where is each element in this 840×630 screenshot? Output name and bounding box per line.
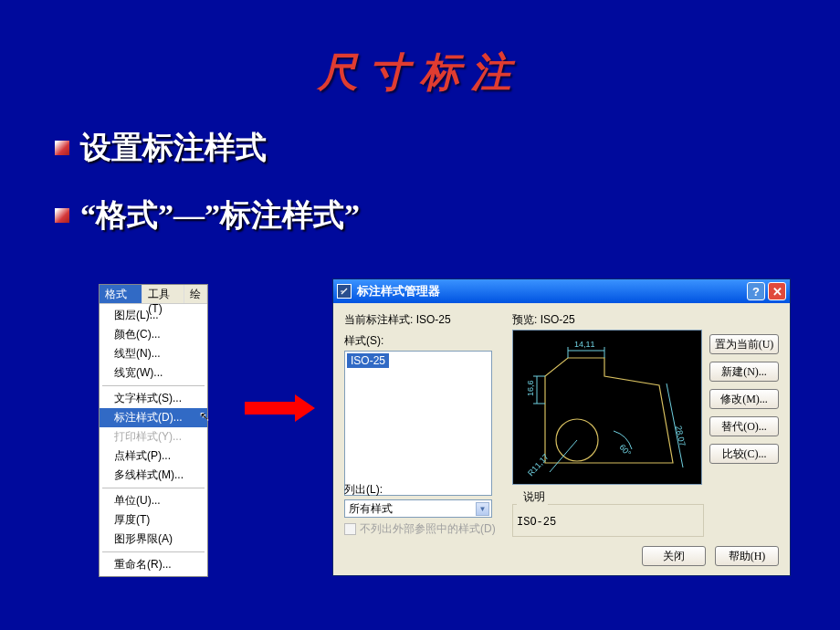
description-box: 说明 ISO-25 — [512, 497, 704, 537]
bullet-icon — [55, 141, 69, 155]
dim-top: 14,11 — [574, 340, 595, 349]
menu-item-mlinestyle[interactable]: 多线样式(M)... — [100, 466, 207, 485]
menu-item-dimstyle-label: 标注样式(D)... — [114, 411, 183, 424]
compare-button[interactable]: 比较(C)... — [709, 444, 779, 464]
menu-item-pointstyle[interactable]: 点样式(P)... — [100, 446, 207, 466]
menu-item-lineweight[interactable]: 线宽(W)... — [100, 363, 207, 383]
menu-list: 图层(L)... 颜色(C)... 线型(N)... 线宽(W)... 文字样式… — [100, 303, 207, 576]
style-item-iso25[interactable]: ISO-25 — [347, 353, 389, 368]
svg-text:R11,17: R11,17 — [526, 452, 551, 478]
format-menu: 格式(O) 工具(T) 绘 图层(L)... 颜色(C)... 线型(N)...… — [99, 284, 208, 577]
menu-item-limits[interactable]: 图形界限(A) — [100, 530, 207, 549]
description-label: 说明 — [520, 489, 548, 505]
menu-tools[interactable]: 工具(T) — [142, 285, 184, 303]
xref-checkbox[interactable] — [344, 523, 356, 535]
override-button[interactable]: 替代(O)... — [709, 416, 779, 436]
svg-text:60°: 60° — [618, 443, 634, 458]
menu-separator — [102, 488, 205, 488]
arrow-icon — [245, 394, 318, 422]
dialog-close-icon[interactable]: ✕ — [768, 282, 786, 300]
help-button[interactable]: 帮助(H) — [715, 546, 779, 566]
menu-separator — [102, 551, 205, 552]
dialog-icon — [337, 284, 352, 299]
dialog-titlebar[interactable]: 标注样式管理器 ? ✕ — [333, 279, 790, 303]
bullet-1: 设置标注样式 — [55, 127, 840, 169]
menu-item-layer[interactable]: 图层(L)... — [100, 306, 207, 325]
chevron-down-icon[interactable]: ▼ — [476, 502, 489, 516]
page-title: 尺寸标注 — [0, 0, 840, 100]
bullet-icon — [55, 208, 69, 223]
menu-item-linetype[interactable]: 线型(N)... — [100, 344, 207, 363]
menu-item-textstyle[interactable]: 文字样式(S)... — [100, 389, 207, 408]
menu-item-rename[interactable]: 重命名(R)... — [100, 555, 207, 574]
svg-text:16,6: 16,6 — [526, 380, 535, 396]
close-button[interactable]: 关闭 — [642, 546, 706, 566]
svg-line-12 — [550, 440, 577, 472]
list-dropdown-value: 所有样式 — [349, 501, 393, 517]
dimstyle-dialog: 标注样式管理器 ? ✕ 当前标注样式: ISO-25 样式(S): ISO-25… — [332, 278, 791, 576]
styles-listbox[interactable]: ISO-25 — [344, 351, 492, 496]
xref-checkbox-label: 不列出外部参照中的样式(D) — [360, 521, 496, 537]
menu-item-thickness[interactable]: 厚度(T) — [100, 510, 207, 530]
modify-button[interactable]: 修改(M)... — [709, 389, 779, 409]
menu-item-units[interactable]: 单位(U)... — [100, 491, 207, 510]
cursor-icon: ↖ — [200, 410, 209, 423]
svg-text:28,07: 28,07 — [674, 425, 687, 446]
menu-item-plotstyle[interactable]: 打印样式(Y)... — [100, 427, 207, 446]
menu-draw[interactable]: 绘 — [184, 285, 207, 303]
preview-label: 预览: ISO-25 — [512, 313, 575, 326]
description-value: ISO-25 — [517, 516, 556, 529]
menu-separator — [102, 385, 205, 386]
bullet-2-text: “格式”—”标注样式” — [80, 194, 360, 236]
dialog-title: 标注样式管理器 — [357, 283, 744, 299]
bullet-1-text: 设置标注样式 — [80, 127, 267, 169]
list-label: 列出(L): — [344, 482, 496, 498]
menu-item-dimstyle[interactable]: 标注样式(D)... ↖ — [100, 408, 207, 427]
bullet-2: “格式”—”标注样式” — [55, 194, 840, 236]
dialog-help-icon[interactable]: ? — [747, 282, 765, 300]
set-current-button[interactable]: 置为当前(U) — [709, 334, 779, 354]
menu-bar: 格式(O) 工具(T) 绘 — [100, 285, 207, 303]
menu-format[interactable]: 格式(O) — [100, 285, 142, 303]
menu-item-color[interactable]: 颜色(C)... — [100, 325, 207, 344]
new-button[interactable]: 新建(N)... — [709, 362, 779, 382]
list-dropdown[interactable]: 所有样式 ▼ — [344, 499, 492, 518]
preview-panel: 14,11 16,6 28,07 R11,17 60° — [512, 330, 702, 485]
